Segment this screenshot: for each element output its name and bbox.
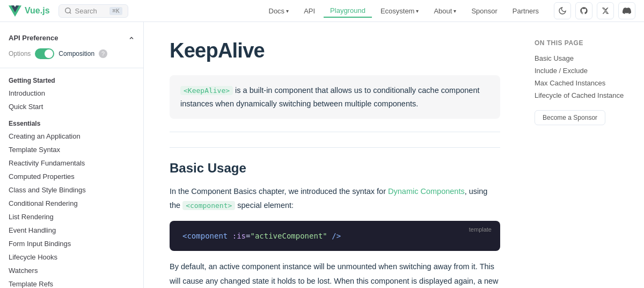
sidebar-item-form-input[interactable]: Form Input Bindings: [0, 237, 143, 250]
sidebar-item-lifecycle[interactable]: Lifecycle Hooks: [0, 250, 143, 264]
svg-point-0: [65, 8, 70, 13]
sidebar-item-computed[interactable]: Computed Properties: [0, 170, 143, 183]
sidebar-group-title-getting-started: Getting Started: [0, 70, 143, 87]
toc-title: ON THIS PAGE: [535, 39, 635, 47]
api-preference-section: API Preference Options Composition ?: [0, 28, 143, 66]
code-block-component: template <component :is="activeComponent…: [170, 221, 500, 251]
nav-logo-text: Vue.js: [25, 6, 50, 16]
sidebar-item-creating-app[interactable]: Creating an Application: [0, 129, 143, 143]
component-inline-code: <component>: [182, 201, 235, 210]
nav-logo[interactable]: Vue.js: [9, 4, 50, 17]
intro-box: <KeepAlive> is a built-in component that…: [170, 75, 500, 119]
toc-item-include-exclude[interactable]: Include / Exclude: [535, 64, 635, 77]
x-icon: [602, 7, 609, 15]
right-toc: ON THIS PAGE Basic Usage Include / Exclu…: [526, 22, 644, 288]
navbar: Vue.js Search ⌘K Docs ▾ API Playground E…: [0, 0, 644, 22]
sponsor-button[interactable]: Become a Sponsor: [535, 110, 605, 125]
sidebar-group-getting-started: Getting Started Introduction Quick Start: [0, 70, 143, 113]
nav-link-about[interactable]: About ▾: [427, 5, 463, 17]
github-icon: [580, 6, 588, 15]
nav-link-sponsor[interactable]: Sponsor: [465, 5, 503, 17]
body-paragraph-1: In the Component Basics chapter, we intr…: [170, 184, 500, 212]
discord-icon: [623, 6, 631, 15]
nav-icons: [554, 2, 635, 19]
composition-label: Composition: [58, 50, 94, 57]
keepalive-inline-code: <KeepAlive>: [180, 86, 233, 95]
sidebar-group-title-essentials: Essentials: [0, 113, 143, 129]
github-link-button[interactable]: [575, 2, 592, 19]
nav-links: Docs ▾ API Playground Ecosystem ▾ About …: [262, 4, 546, 18]
nav-link-playground[interactable]: Playground: [324, 4, 372, 18]
sidebar-group-essentials: Essentials Creating an Application Templ…: [0, 113, 143, 288]
nav-link-api[interactable]: API: [297, 5, 321, 17]
sidebar-item-template-refs[interactable]: Template Refs: [0, 277, 143, 288]
search-box[interactable]: Search ⌘K: [58, 4, 128, 18]
api-preference-label: API Preference: [9, 34, 58, 42]
nav-link-docs[interactable]: Docs ▾: [262, 5, 296, 17]
discord-link-button[interactable]: [618, 2, 635, 19]
sidebar-item-class-style[interactable]: Class and Style Bindings: [0, 183, 143, 197]
api-toggle-row: Options Composition ?: [0, 46, 143, 66]
chevron-up-icon: [128, 35, 135, 41]
sidebar: API Preference Options Composition ? Get…: [0, 22, 144, 288]
chevron-down-icon-about: ▾: [453, 8, 456, 14]
sidebar-item-conditional[interactable]: Conditional Rendering: [0, 197, 143, 210]
nav-link-partners[interactable]: Partners: [506, 5, 545, 17]
sidebar-item-template-syntax[interactable]: Template Syntax: [0, 143, 143, 156]
moon-icon: [558, 6, 567, 15]
nav-link-ecosystem[interactable]: Ecosystem ▾: [374, 5, 426, 17]
sidebar-item-quick-start[interactable]: Quick Start: [0, 100, 143, 113]
twitter-link-button[interactable]: [597, 2, 614, 19]
options-label: Options: [9, 50, 31, 57]
search-shortcut: ⌘K: [109, 7, 122, 15]
sidebar-item-introduction[interactable]: Introduction: [0, 87, 143, 100]
sidebar-item-watchers[interactable]: Watchers: [0, 264, 143, 277]
toc-item-basic-usage[interactable]: Basic Usage: [535, 52, 635, 64]
chevron-down-icon-eco: ▾: [416, 8, 419, 14]
sidebar-divider-1: [0, 68, 143, 68]
section-basic-usage-title: Basic Usage: [170, 147, 500, 176]
sidebar-item-list[interactable]: List Rendering: [0, 210, 143, 224]
template-label: template: [469, 226, 492, 233]
body-paragraph-2: By default, an active component instance…: [170, 260, 500, 288]
page-layout: API Preference Options Composition ? Get…: [0, 22, 644, 288]
search-placeholder: Search: [75, 7, 97, 15]
dynamic-components-link[interactable]: Dynamic Components: [388, 187, 465, 196]
sidebar-item-events[interactable]: Event Handling: [0, 224, 143, 237]
main-content: KeepAlive <KeepAlive> is a built-in comp…: [144, 22, 526, 288]
toc-item-lifecycle-cached[interactable]: Lifecycle of Cached Instance: [535, 89, 635, 102]
vue-logo-icon: [9, 4, 21, 17]
api-preference-header[interactable]: API Preference: [0, 28, 143, 46]
section-divider: [170, 132, 500, 132]
composition-toggle[interactable]: [35, 48, 54, 59]
sidebar-item-reactivity[interactable]: Reactivity Fundamentals: [0, 156, 143, 170]
toc-item-max-cached[interactable]: Max Cached Instances: [535, 77, 635, 89]
page-title: KeepAlive: [170, 39, 500, 62]
toggle-help-icon[interactable]: ?: [99, 49, 107, 58]
search-icon: [64, 7, 72, 15]
theme-toggle-button[interactable]: [554, 2, 571, 19]
chevron-down-icon: ▾: [286, 8, 289, 14]
